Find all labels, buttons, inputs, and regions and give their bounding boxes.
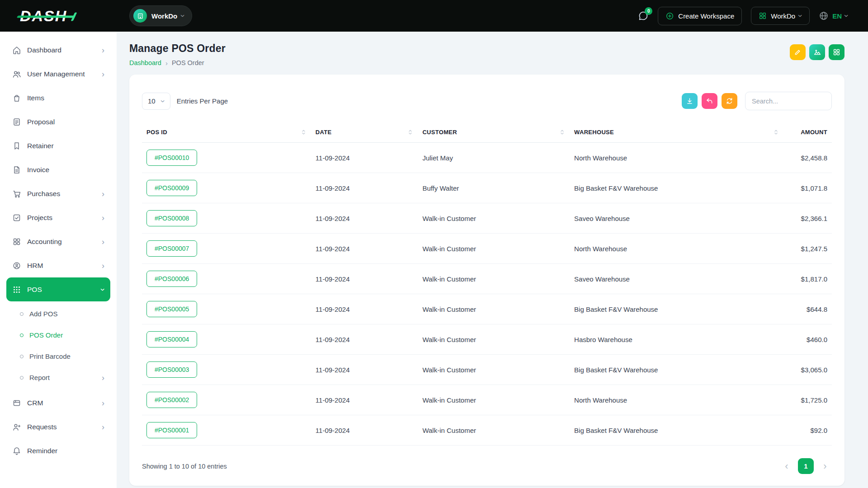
chevron-right-icon (102, 46, 104, 54)
refresh-button[interactable] (722, 93, 737, 109)
dots-grid-icon (12, 285, 21, 294)
sidebar-item-invoice[interactable]: Invoice (6, 158, 110, 182)
media-button[interactable] (809, 44, 825, 60)
sidebar-item-reminder[interactable]: Reminder (6, 439, 110, 463)
plus-circle-icon (665, 12, 674, 20)
next-page-button[interactable]: › (818, 459, 832, 474)
grid-view-button[interactable] (829, 44, 844, 60)
export-button[interactable] (682, 93, 698, 109)
pos-id-link[interactable]: #POS00006 (146, 271, 197, 287)
page-header: Manage POS Order Dashboard POS Order (129, 42, 844, 66)
search-input[interactable] (745, 92, 832, 110)
previous-page-button[interactable]: ‹ (780, 459, 793, 474)
image-icon (813, 48, 821, 56)
pos-id-link[interactable]: #POS00001 (146, 422, 197, 438)
pos-orders-table: POS ID DATE CUSTOMER WAREHOUSE AMOUNT #P… (142, 122, 832, 446)
sidebar-item-retainer[interactable]: Retainer (6, 134, 110, 158)
sidebar-item-requests[interactable]: Requests (6, 415, 110, 439)
language-code: EN (832, 12, 842, 20)
sidebar-subitem-report[interactable]: Report (6, 367, 110, 388)
entries-per-page-select[interactable]: 10 (142, 93, 170, 110)
messages-button[interactable]: 0 (638, 10, 649, 21)
workdo-menu-label: WorkDo (771, 12, 795, 20)
sidebar-item-projects[interactable]: Projects (6, 206, 110, 230)
order-date: 11-09-2024 (311, 234, 418, 264)
order-date: 11-09-2024 (311, 264, 418, 294)
pos-id-link[interactable]: #POS00009 (146, 180, 197, 196)
sidebar-item-dashboard[interactable]: Dashboard (6, 38, 110, 62)
column-header-customer[interactable]: CUSTOMER (418, 122, 570, 143)
table-footer: Showing 1 to 10 of 10 entries ‹ 1 › (142, 446, 832, 474)
customer-name: Walk-in Customer (418, 355, 570, 385)
chevron-right-icon (102, 374, 104, 382)
sidebar-item-items[interactable]: Items (6, 86, 110, 110)
create-workspace-label: Create Workspace (678, 12, 734, 20)
order-date: 11-09-2024 (311, 173, 418, 203)
page-title: Manage POS Order (129, 42, 226, 55)
column-header-warehouse[interactable]: WAREHOUSE (570, 122, 783, 143)
breadcrumb-dashboard-link[interactable]: Dashboard (129, 59, 161, 66)
customer-name: Walk-in Customer (418, 234, 570, 264)
sidebar-item-purchases[interactable]: Purchases (6, 182, 110, 206)
order-amount: $92.0 (783, 415, 832, 446)
circle-icon (20, 312, 24, 316)
chevron-right-icon (102, 399, 104, 407)
sidebar-subitem-pos-order[interactable]: POS Order (6, 324, 110, 346)
order-amount: $3,065.0 (783, 355, 832, 385)
check-square-icon (12, 213, 21, 222)
workspace-switcher[interactable]: WorkDo (129, 5, 192, 26)
main-content: Manage POS Order Dashboard POS Order 1 (117, 32, 868, 486)
sidebar-item-accounting[interactable]: Accounting (6, 230, 110, 253)
order-date: 11-09-2024 (311, 294, 418, 324)
language-selector[interactable]: EN (819, 11, 848, 21)
pos-id-link[interactable]: #POS00007 (146, 240, 197, 257)
bell-icon (12, 446, 21, 455)
order-date: 11-09-2024 (311, 355, 418, 385)
order-amount: $460.0 (783, 324, 832, 355)
reset-button[interactable] (702, 93, 717, 109)
order-amount: $2,458.8 (783, 143, 832, 173)
customer-name: Juliet May (418, 143, 570, 173)
table-row: #POS00005 11-09-2024 Walk-in Customer Bi… (142, 294, 832, 324)
customer-name: Walk-in Customer (418, 264, 570, 294)
brand-logo[interactable]: DASH (20, 7, 67, 25)
column-header-amount[interactable]: AMOUNT (783, 122, 832, 143)
order-date: 11-09-2024 (311, 203, 418, 234)
sidebar-item-crm[interactable]: CRM (6, 391, 110, 415)
warehouse-name: Saveo Warehouse (570, 203, 783, 234)
sidebar-subitem-print-barcode[interactable]: Print Barcode (6, 346, 110, 367)
column-header-pos-id[interactable]: POS ID (142, 122, 311, 143)
chevron-right-icon (102, 423, 104, 431)
sidebar-item-proposal[interactable]: Proposal (6, 110, 110, 134)
pos-id-link[interactable]: #POS00010 (146, 150, 197, 166)
workdo-menu-button[interactable]: WorkDo (751, 7, 810, 25)
customer-name: Walk-in Customer (418, 294, 570, 324)
create-workspace-button[interactable]: Create Workspace (658, 7, 742, 25)
pos-id-link[interactable]: #POS00004 (146, 331, 197, 347)
customer-name: Buffy Walter (418, 173, 570, 203)
column-header-date[interactable]: DATE (311, 122, 418, 143)
pos-id-link[interactable]: #POS00005 (146, 301, 197, 317)
person-circle-icon (12, 261, 21, 270)
sidebar-subitem-add-pos[interactable]: Add POS (6, 303, 110, 324)
chevron-right-icon (102, 238, 104, 246)
bag-icon (12, 94, 21, 103)
pos-id-link[interactable]: #POS00002 (146, 392, 197, 408)
table-controls: 10 Entries Per Page (142, 92, 832, 110)
order-amount: $1,247.5 (783, 234, 832, 264)
customer-name: Walk-in Customer (418, 415, 570, 446)
page-number-button[interactable]: 1 (798, 458, 814, 474)
breadcrumb: Dashboard POS Order (129, 59, 226, 66)
customer-name: Walk-in Customer (418, 324, 570, 355)
sort-icon (301, 129, 307, 135)
sidebar-item-hrm[interactable]: HRM (6, 253, 110, 277)
edit-button[interactable] (790, 44, 806, 60)
warehouse-name: North Warehouse (570, 234, 783, 264)
pos-id-link[interactable]: #POS00003 (146, 361, 197, 378)
pos-id-link[interactable]: #POS00008 (146, 210, 197, 226)
sidebar-item-pos[interactable]: POS (6, 277, 110, 301)
table-row: #POS00009 11-09-2024 Buffy Walter Big Ba… (142, 173, 832, 203)
sidebar-item-user-management[interactable]: User Management (6, 62, 110, 86)
chevron-down-icon (797, 14, 805, 17)
warehouse-name: Big Basket F&V Warehouse (570, 173, 783, 203)
